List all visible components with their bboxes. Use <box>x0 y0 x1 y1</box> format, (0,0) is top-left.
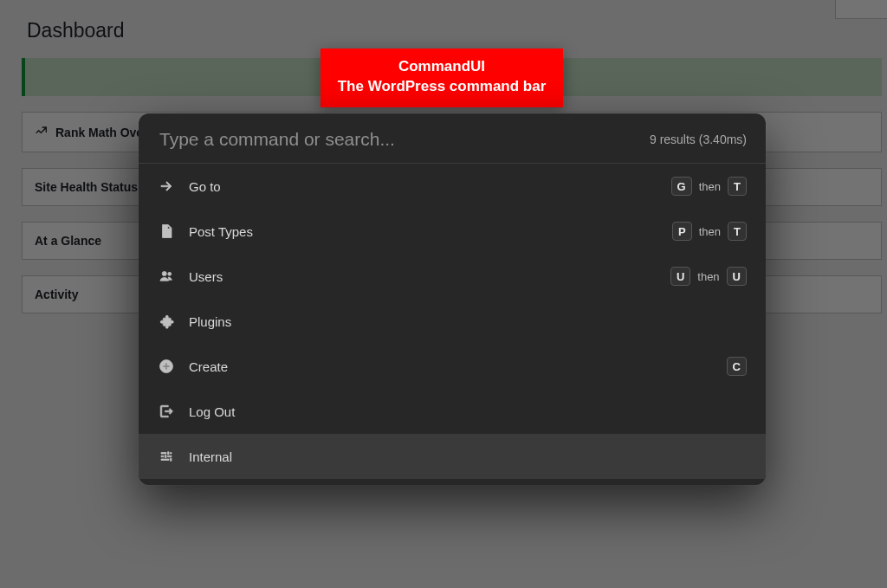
plus-circle-icon <box>158 358 175 375</box>
logout-icon <box>158 403 175 420</box>
shortcut-joiner: then <box>699 180 721 193</box>
users-icon <box>158 268 175 285</box>
command-item-shortcut: UthenU <box>670 267 747 286</box>
arrow-right-icon <box>158 178 175 195</box>
command-input[interactable] <box>158 128 636 151</box>
command-item-internal[interactable]: Internal <box>139 434 766 479</box>
shortcut-key: U <box>727 267 747 286</box>
command-list: Go toGthenTPost TypesPthenTUsersUthenUPl… <box>139 164 766 479</box>
promo-banner-title: CommandUI <box>331 57 553 77</box>
command-item-label: Go to <box>189 179 671 194</box>
shortcut-key: T <box>728 222 747 241</box>
results-count: 9 results (3.40ms) <box>636 132 747 146</box>
shortcut-joiner: then <box>697 270 719 283</box>
command-item-log-out[interactable]: Log Out <box>139 389 766 434</box>
shortcut-key: G <box>671 177 692 196</box>
command-item-shortcut: PthenT <box>672 222 747 241</box>
promo-banner: CommandUI The WordPress command bar <box>320 48 563 107</box>
shortcut-key: T <box>728 177 747 196</box>
command-palette-header: 9 results (3.40ms) <box>139 113 766 164</box>
command-item-go-to[interactable]: Go toGthenT <box>139 164 766 209</box>
command-item-post-types[interactable]: Post TypesPthenT <box>139 209 766 254</box>
command-item-label: Plugins <box>189 314 747 329</box>
page-icon <box>158 223 175 240</box>
command-item-shortcut: C <box>727 357 747 376</box>
command-item-label: Create <box>189 359 727 374</box>
shortcut-key: P <box>672 222 692 241</box>
command-item-label: Log Out <box>189 404 747 419</box>
command-item-users[interactable]: UsersUthenU <box>139 254 766 299</box>
command-item-plugins[interactable]: Plugins <box>139 299 766 344</box>
shortcut-key: C <box>727 357 747 376</box>
command-item-create[interactable]: CreateC <box>139 344 766 389</box>
sliders-icon <box>158 448 175 465</box>
command-item-shortcut: GthenT <box>671 177 747 196</box>
shortcut-key: U <box>670 267 690 286</box>
command-item-label: Post Types <box>189 224 672 239</box>
promo-banner-subtitle: The WordPress command bar <box>331 77 553 97</box>
command-item-label: Internal <box>189 449 747 464</box>
command-item-label: Users <box>189 269 670 284</box>
shortcut-joiner: then <box>699 225 721 238</box>
command-palette: 9 results (3.40ms) Go toGthenTPost Types… <box>139 113 766 485</box>
puzzle-icon <box>158 313 175 330</box>
